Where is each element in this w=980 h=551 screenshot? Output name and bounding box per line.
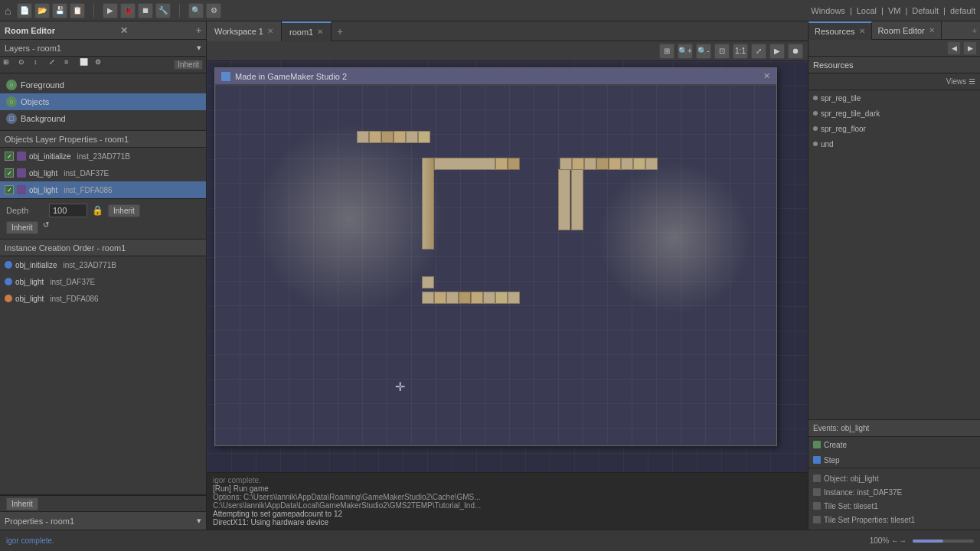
tb6 <box>483 292 495 304</box>
rp-add-tab[interactable]: + <box>969 26 980 35</box>
local-label[interactable]: Local <box>857 6 877 15</box>
instance-obj-0: obj_initialize <box>15 261 57 269</box>
zoom-100-button[interactable]: 1:1 <box>733 44 748 59</box>
separator-1 <box>93 4 94 18</box>
layer-item-objects[interactable]: ○ Objects <box>0 93 206 110</box>
home-icon[interactable]: ⌂ <box>5 5 11 17</box>
info-row-2: Tile Set: tileset1 <box>813 499 975 513</box>
tab-workspace1[interactable]: Workspace 1 ✕ <box>207 21 282 41</box>
background-layer-icon: □ <box>6 113 17 124</box>
game-dialog-title-text: Made in GameMaker Studio 2 <box>235 72 347 81</box>
extra-vp-button[interactable]: ⏺ <box>788 44 803 59</box>
default2-label[interactable]: default <box>950 6 975 15</box>
layer-btn-1[interactable]: ⊞ <box>3 58 17 72</box>
tree-item-1[interactable]: spr_reg_tile_dark <box>808 106 980 121</box>
checkbox-1[interactable]: ✓ <box>5 168 14 178</box>
tree-item-3[interactable]: und <box>808 136 980 152</box>
properties-expand[interactable]: ▾ <box>197 516 201 526</box>
zoom-slider[interactable] <box>913 540 974 543</box>
layer-btn-7[interactable]: ⚙ <box>95 58 109 72</box>
game-dialog[interactable]: Made in GameMaker Studio 2 ✕ <box>214 67 777 446</box>
inst-name-1: inst_DAF37E <box>64 169 109 178</box>
event-row-step[interactable]: Step <box>808 452 980 468</box>
tree-item-2[interactable]: spr_reg_floor <box>808 121 980 136</box>
stop-button[interactable]: ⏹ <box>138 3 153 18</box>
rp-tab-resources[interactable]: Resources ✕ <box>808 21 872 40</box>
instance-row-1[interactable]: obj_light inst_DAF37E <box>0 273 206 290</box>
tree-dot-2 <box>813 126 818 131</box>
tree-item-0[interactable]: spr_reg_tile <box>808 90 980 106</box>
inherit-button[interactable]: Inherit <box>6 221 38 234</box>
zoom-out-button[interactable]: 🔍- <box>696 44 711 59</box>
tab-room1[interactable]: room1 ✕ <box>282 21 332 41</box>
search-button[interactable]: 🔍 <box>188 3 204 18</box>
rp-nav-right[interactable]: ▶ <box>963 41 977 55</box>
obj-row-0[interactable]: ✓ obj_initialize inst_23AD771B <box>0 148 206 165</box>
info-label-2: Tile Set: tileset1 <box>824 502 878 510</box>
layer-btn-3[interactable]: ↕ <box>34 58 47 72</box>
obj-row-1[interactable]: ✓ obj_light inst_DAF37E <box>0 165 206 181</box>
refresh-button[interactable]: ↺ <box>43 220 57 234</box>
vm-label[interactable]: VM <box>888 6 901 15</box>
checkbox-0[interactable]: ✓ <box>5 152 14 161</box>
layer-btn-4[interactable]: ⤢ <box>49 58 63 72</box>
layer-btn-5[interactable]: ≡ <box>64 58 78 72</box>
info-icon-0 <box>813 474 821 482</box>
room-editor-title-bar: Room Editor ✕ + <box>0 21 206 40</box>
open-file-button[interactable]: 📂 <box>34 3 50 18</box>
default-label[interactable]: Default <box>912 6 939 15</box>
tree-label-0: spr_reg_tile <box>821 94 861 103</box>
inherit-row: Inherit ↺ <box>6 220 200 234</box>
game-viewport[interactable]: Made in GameMaker Studio 2 ✕ <box>207 61 808 472</box>
grid-view-button[interactable]: ⊞ <box>659 44 675 59</box>
tab-workspace1-close[interactable]: ✕ <box>267 27 273 35</box>
instance-row-0[interactable]: obj_initialize inst_23AD771B <box>0 256 206 273</box>
tab-room1-close[interactable]: ✕ <box>317 28 323 36</box>
console-line-3: C:\Users\lannik\AppData\Local\GameMakerS… <box>213 501 802 510</box>
console-line-2: Options: C:\Users\lannik\AppData\Roaming… <box>213 493 802 501</box>
inherit-bottom-button[interactable]: Inherit <box>6 497 38 510</box>
clean-button[interactable]: 🔧 <box>155 3 171 18</box>
rp-room-editor-close[interactable]: ✕ <box>929 26 935 34</box>
settings-button[interactable]: ⚙ <box>206 3 221 18</box>
lock-icon[interactable]: 🔒 <box>92 205 103 216</box>
save-button[interactable]: 💾 <box>52 3 67 18</box>
obj-row-2[interactable]: ✓ obj_light inst_FDFA086 <box>0 181 206 198</box>
rp-resources-close[interactable]: ✕ <box>859 27 865 35</box>
layer-item-foreground[interactable]: ○ Foreground <box>0 77 206 93</box>
inherit-depth-button[interactable]: Inherit <box>108 204 140 217</box>
zoom-fit-button[interactable]: ⊡ <box>714 44 730 59</box>
inherit-label[interactable]: Inherit <box>174 60 203 70</box>
tab-add-button[interactable]: + <box>332 23 348 40</box>
fullscreen-button[interactable]: ⤢ <box>751 44 766 59</box>
play-button[interactable]: ▶ <box>769 44 785 59</box>
windows-label[interactable]: Windows <box>811 6 845 15</box>
add-button[interactable]: + <box>196 25 201 36</box>
rp-tab-room-editor[interactable]: Room Editor ✕ <box>872 21 942 40</box>
right-labels: Windows | Local | VM | Default | default <box>811 6 975 15</box>
event-row-create[interactable]: Create <box>808 437 980 452</box>
instance-obj-2: obj_light <box>15 295 44 303</box>
rp-nav-left[interactable]: ◀ <box>947 41 961 55</box>
debug-button[interactable]: 🐞 <box>120 3 136 18</box>
instance-dot-2 <box>5 295 12 302</box>
tile-cell <box>381 131 394 143</box>
depth-input[interactable] <box>49 204 87 217</box>
checkbox-2[interactable]: ✓ <box>5 185 14 194</box>
rp-room-editor-label: Room Editor <box>878 26 925 35</box>
extra-button[interactable]: 📋 <box>70 3 85 18</box>
game-dialog-titlebar[interactable]: Made in GameMaker Studio 2 ✕ <box>215 68 776 85</box>
layer-btn-6[interactable]: ⬜ <box>80 58 93 72</box>
instance-order-section: Instance Creation Order - room1 obj_init… <box>0 240 206 495</box>
new-file-button[interactable]: 📄 <box>17 3 32 18</box>
layers-expand[interactable]: ▾ <box>197 43 201 53</box>
game-dialog-close[interactable]: ✕ <box>763 71 770 81</box>
zoom-in-button[interactable]: 🔍+ <box>678 44 693 59</box>
instance-row-2[interactable]: obj_light inst_FDFA086 <box>0 290 206 307</box>
run-button[interactable]: ▶ <box>103 3 118 18</box>
room-editor-close[interactable]: ✕ <box>120 25 128 36</box>
layer-item-background[interactable]: □ Background <box>0 110 206 127</box>
layer-btn-2[interactable]: ⊙ <box>18 58 32 72</box>
layers-bar: Layers - room1 ▾ <box>0 40 206 57</box>
game-canvas[interactable]: ✛ <box>215 85 776 445</box>
